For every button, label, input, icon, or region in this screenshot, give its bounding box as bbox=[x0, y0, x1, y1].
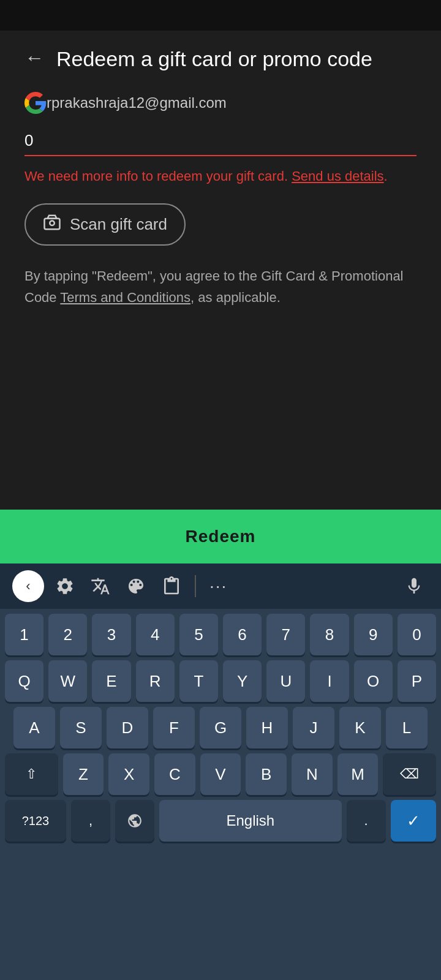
account-email: rprakashraja12@gmail.com bbox=[47, 94, 227, 111]
microphone-icon bbox=[404, 576, 424, 596]
key-j[interactable]: J bbox=[293, 707, 334, 748]
keyboard-settings-button[interactable] bbox=[50, 571, 80, 601]
comma-key[interactable]: , bbox=[71, 800, 110, 842]
key-k[interactable]: K bbox=[339, 707, 381, 748]
key-h[interactable]: H bbox=[246, 707, 288, 748]
key-e[interactable]: E bbox=[92, 660, 130, 702]
key-n[interactable]: N bbox=[292, 753, 333, 795]
key-i[interactable]: I bbox=[310, 660, 349, 702]
key-w[interactable]: W bbox=[48, 660, 87, 702]
scan-button-label: Scan gift card bbox=[70, 215, 167, 234]
keyboard-collapse-button[interactable]: ‹ bbox=[12, 570, 44, 602]
key-b[interactable]: B bbox=[246, 753, 287, 795]
page-title: Redeem a gift card or promo code bbox=[56, 45, 417, 72]
key-r[interactable]: R bbox=[136, 660, 175, 702]
code-input[interactable] bbox=[24, 126, 417, 156]
key-f[interactable]: F bbox=[153, 707, 195, 748]
key-5[interactable]: 5 bbox=[179, 614, 218, 655]
keyboard-toolbar: ‹ ··· bbox=[0, 564, 441, 609]
key-4[interactable]: 4 bbox=[136, 614, 175, 655]
key-p[interactable]: P bbox=[398, 660, 436, 702]
key-z[interactable]: Z bbox=[63, 753, 104, 795]
zxcv-row: ⇧ Z X C V B N M ⌫ bbox=[5, 753, 436, 795]
key-2[interactable]: 2 bbox=[48, 614, 87, 655]
key-1[interactable]: 1 bbox=[5, 614, 43, 655]
key-9[interactable]: 9 bbox=[354, 614, 393, 655]
space-key[interactable]: English bbox=[159, 800, 342, 842]
account-row: rprakashraja12@gmail.com bbox=[24, 92, 417, 114]
send-details-link[interactable]: Send us details bbox=[292, 168, 383, 184]
key-0[interactable]: 0 bbox=[398, 614, 436, 655]
input-wrapper bbox=[24, 126, 417, 156]
theme-button[interactable] bbox=[121, 571, 151, 601]
key-y[interactable]: Y bbox=[223, 660, 262, 702]
clipboard-icon bbox=[162, 576, 181, 596]
globe-key[interactable] bbox=[115, 800, 154, 842]
gear-icon bbox=[55, 576, 75, 596]
key-7[interactable]: 7 bbox=[266, 614, 305, 655]
camera-icon bbox=[43, 213, 61, 236]
palette-icon bbox=[126, 576, 146, 596]
key-3[interactable]: 3 bbox=[92, 614, 130, 655]
key-8[interactable]: 8 bbox=[310, 614, 349, 655]
content-area: ← Redeem a gift card or promo code rprak… bbox=[0, 31, 441, 564]
key-a[interactable]: A bbox=[13, 707, 55, 748]
translate-icon bbox=[91, 576, 110, 596]
key-v[interactable]: V bbox=[200, 753, 241, 795]
backspace-key[interactable]: ⌫ bbox=[383, 753, 436, 795]
key-l[interactable]: L bbox=[386, 707, 428, 748]
key-u[interactable]: U bbox=[266, 660, 305, 702]
number-row: 1 2 3 4 5 6 7 8 9 0 bbox=[5, 614, 436, 655]
key-6[interactable]: 6 bbox=[223, 614, 262, 655]
key-d[interactable]: D bbox=[107, 707, 148, 748]
toolbar-separator bbox=[195, 575, 196, 597]
back-button[interactable]: ← bbox=[24, 48, 44, 67]
terms-text: By tapping "Redeem", you agree to the Gi… bbox=[24, 265, 417, 308]
enter-key[interactable]: ✓ bbox=[391, 800, 436, 842]
bottom-row: ?123 , English . ✓ bbox=[5, 800, 436, 842]
translate-button[interactable] bbox=[86, 571, 115, 601]
key-rows: 1 2 3 4 5 6 7 8 9 0 Q W E R T Y U I O P … bbox=[0, 609, 441, 849]
svg-point-1 bbox=[50, 221, 55, 226]
error-message: We need more info to redeem your gift ca… bbox=[24, 166, 417, 186]
main-content: ← Redeem a gift card or promo code rprak… bbox=[0, 31, 441, 564]
scan-gift-card-button[interactable]: Scan gift card bbox=[24, 203, 186, 246]
period-key[interactable]: . bbox=[347, 800, 386, 842]
key-o[interactable]: O bbox=[354, 660, 393, 702]
google-logo-icon bbox=[24, 92, 47, 114]
terms-link[interactable]: Terms and Conditions bbox=[60, 290, 190, 305]
globe-icon bbox=[127, 813, 143, 829]
status-bar bbox=[0, 0, 441, 31]
more-options-button[interactable]: ··· bbox=[205, 571, 232, 601]
key-c[interactable]: C bbox=[154, 753, 195, 795]
shift-key[interactable]: ⇧ bbox=[5, 753, 58, 795]
key-x[interactable]: X bbox=[108, 753, 149, 795]
asdf-row: A S D F G H J K L bbox=[5, 707, 436, 748]
symbols-key[interactable]: ?123 bbox=[5, 800, 66, 842]
key-t[interactable]: T bbox=[179, 660, 218, 702]
voice-input-button[interactable] bbox=[399, 571, 429, 601]
keyboard: ‹ ··· 1 2 3 4 5 6 7 bbox=[0, 564, 441, 980]
key-g[interactable]: G bbox=[200, 707, 241, 748]
clipboard-button[interactable] bbox=[157, 571, 186, 601]
key-q[interactable]: Q bbox=[5, 660, 43, 702]
header: ← Redeem a gift card or promo code bbox=[24, 45, 417, 72]
key-m[interactable]: M bbox=[337, 753, 379, 795]
key-s[interactable]: S bbox=[60, 707, 102, 748]
qwerty-row: Q W E R T Y U I O P bbox=[5, 660, 436, 702]
redeem-button[interactable]: Redeem bbox=[0, 510, 441, 564]
